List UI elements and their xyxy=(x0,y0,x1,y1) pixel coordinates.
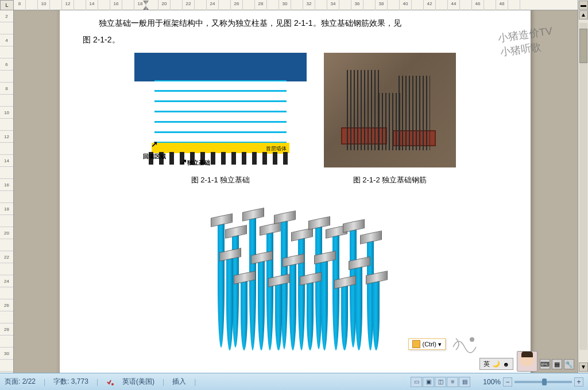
scroll-up-button[interactable]: ▲ xyxy=(579,10,588,20)
figure-1: 首层墙体 ↗回填区域 ↗独立基础 图 2-1-1 独立基础 xyxy=(134,53,307,186)
web-layout-view-button[interactable]: ◫ xyxy=(435,377,446,387)
figure-2: 图 2-1-2 独立基础钢筋 xyxy=(324,53,456,186)
svg-point-0 xyxy=(470,337,474,342)
scrollbar-thumb[interactable] xyxy=(579,29,587,63)
zoom-control: 100% − + xyxy=(483,377,583,387)
zoom-out-button[interactable]: − xyxy=(503,377,512,387)
proofing-icon[interactable] xyxy=(106,377,114,386)
print-layout-view-button[interactable]: ▭ xyxy=(411,377,422,387)
insert-mode[interactable]: 插入 xyxy=(172,377,186,387)
tray-decoration xyxy=(450,333,479,361)
view-buttons: ▭ ▣ ◫ ≡ ▤ xyxy=(411,377,470,387)
paragraph-1[interactable]: 独立基础一般用于框架结构中，又称为独立柱基，见图 2-1-1。独立基础钢筋效果，… xyxy=(83,16,508,30)
smile-icon: ☻ xyxy=(502,361,509,368)
document-page[interactable]: 独立基础一般用于框架结构中，又称为独立柱基，见图 2-1-1。独立基础钢筋效果，… xyxy=(60,10,531,373)
clipboard-icon xyxy=(412,340,420,348)
right-scrollbar-area: ▬ ▲ ▼ xyxy=(578,0,588,373)
page-indicator[interactable]: 页面: 2/22 xyxy=(5,377,36,387)
zoom-in-button[interactable]: + xyxy=(574,377,583,387)
settings-icon[interactable]: 🔧 xyxy=(564,359,574,369)
document-viewport: 独立基础一般用于框架结构中，又称为独立柱基，见图 2-1-1。独立基础钢筋效果，… xyxy=(14,10,578,373)
split-button[interactable]: ▬ xyxy=(579,1,588,10)
zoom-slider-thumb[interactable] xyxy=(542,379,547,385)
svg-point-1 xyxy=(111,383,114,385)
grid-icon[interactable]: ▦ xyxy=(552,359,562,369)
figure-2-caption[interactable]: 图 2-1-2 独立基础钢筋 xyxy=(324,173,456,186)
language-indicator[interactable]: 英语(美国) xyxy=(122,377,154,387)
draft-view-button[interactable]: ▤ xyxy=(459,377,470,387)
ime-indicator[interactable]: 英 🌙 ☻ xyxy=(479,358,513,370)
figure-2-image[interactable] xyxy=(324,53,456,167)
zoom-slider[interactable] xyxy=(514,381,572,383)
figure-1-image[interactable]: 首层墙体 ↗回填区域 ↗独立基础 xyxy=(134,53,307,167)
scrollbar-track[interactable] xyxy=(579,23,587,350)
ime-tray: 英 🌙 ☻ ⌨ ▦ 🔧 xyxy=(462,338,577,373)
figure-row: 首层墙体 ↗回填区域 ↗独立基础 图 2-1-1 独立基础 图 2-1-2 独立… xyxy=(83,53,508,186)
paragraph-2[interactable]: 图 2-1-2。 xyxy=(83,33,508,47)
ime-tools: ⌨ ▦ 🔧 xyxy=(540,359,574,369)
ime-avatar[interactable] xyxy=(517,351,537,372)
outline-view-button[interactable]: ≡ xyxy=(447,377,458,387)
backfill-label: ↗回填区域 xyxy=(143,137,166,162)
scroll-down-button[interactable]: ▼ xyxy=(579,362,588,372)
horizontal-ruler[interactable]: 8101214161820222426283032343638404244464… xyxy=(14,0,578,10)
figure-1-caption[interactable]: 图 2-1-1 独立基础 xyxy=(134,173,307,186)
zoom-level[interactable]: 100% xyxy=(483,378,501,386)
foundation-label: ↗独立基础 xyxy=(180,155,210,169)
figure-3-image[interactable] xyxy=(195,204,396,365)
keyboard-icon[interactable]: ⌨ xyxy=(540,359,550,369)
word-count[interactable]: 字数: 3,773 xyxy=(53,377,88,387)
moon-icon: 🌙 xyxy=(492,360,500,368)
paste-options-button[interactable]: (Ctrl) ▾ xyxy=(408,338,446,350)
status-bar: 页面: 2/22 | 字数: 3,773 | 英语(美国) | 插入 | ▭ ▣… xyxy=(0,373,588,390)
page-content: 独立基础一般用于框架结构中，又称为独立柱基，见图 2-1-1。独立基础钢筋效果，… xyxy=(60,10,531,373)
fullscreen-view-button[interactable]: ▣ xyxy=(423,377,434,387)
ruler-corner: L xyxy=(0,0,14,10)
vertical-ruler[interactable]: 24681012141618202224262830 xyxy=(0,10,14,373)
